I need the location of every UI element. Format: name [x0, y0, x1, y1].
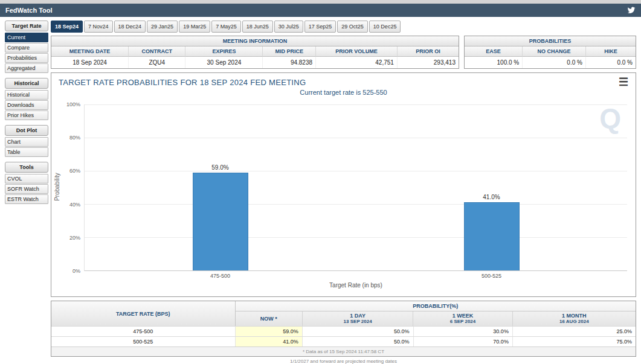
one-day-label: 1 DAY: [303, 313, 413, 319]
one-week-label: 1 WEEK: [413, 313, 512, 319]
fedwatch-app: FedWatch Tool Target Rate Current Compar…: [0, 0, 641, 364]
meeting-information-panel: MEETING INFORMATION MEETING DATE CONTRAC…: [51, 36, 459, 69]
bar-slot-500-525: 41.0%: [464, 104, 520, 270]
sidebar-item-chart[interactable]: Chart: [5, 137, 48, 147]
bar-500-525[interactable]: [464, 202, 520, 270]
no-change-value: 0.0 %: [523, 57, 586, 68]
tab-30-jul25[interactable]: 30 Jul25: [274, 21, 303, 33]
col-mid-price: MID PRICE: [263, 46, 316, 57]
col-meeting-date: MEETING DATE: [51, 46, 129, 57]
one-day-date: 13 SEP 2024: [303, 319, 413, 324]
col-contract: CONTRACT: [129, 46, 185, 57]
meeting-information-header-row: MEETING DATE CONTRACT EXPIRES MID PRICE …: [51, 46, 459, 57]
tab-19-mar25[interactable]: 19 Mar25: [179, 21, 210, 33]
sidebar-item-probabilities[interactable]: Probabilities: [5, 53, 48, 63]
chart-title: TARGET RATE PROBABILITIES FOR 18 SEP 202…: [59, 78, 306, 87]
bar-label-500-525: 41.0%: [483, 194, 500, 200]
twitter-icon[interactable]: [627, 6, 636, 14]
tab-18-dec24[interactable]: 18 Dec24: [114, 21, 146, 33]
one-week-cell: 70.0%: [414, 337, 513, 346]
content: Target Rate Current Compare Probabilitie…: [0, 17, 641, 364]
meeting-date-value: 18 Sep 2024: [51, 57, 129, 68]
sidebar-item-table[interactable]: Table: [5, 147, 48, 157]
y-tick-20: 20%: [59, 235, 80, 241]
app-title: FedWatch Tool: [5, 7, 53, 14]
projected-dates-note: 1/1/2027 and forward are projected meeti…: [51, 357, 636, 364]
tab-18-jun25[interactable]: 18 Jun25: [242, 21, 273, 33]
probabilities-title: PROBABILITIES: [465, 36, 636, 46]
target-rate-bps-header: TARGET RATE (BPS): [51, 301, 236, 326]
bar-slot-475-500: 59.0%: [193, 104, 248, 270]
one-week-date: 6 SEP 2024: [413, 319, 512, 324]
tab-29-jan25[interactable]: 29 Jan25: [147, 21, 178, 33]
now-header: NOW *: [236, 311, 303, 326]
cme-watermark-icon: Q: [599, 104, 621, 132]
tab-7-may25[interactable]: 7 May25: [211, 21, 241, 33]
titlebar: FedWatch Tool: [0, 4, 641, 17]
sidebar-item-estr-watch[interactable]: ESTR Watch: [5, 194, 48, 204]
tab-7-nov24[interactable]: 7 Nov24: [84, 21, 113, 33]
expires-value: 30 Sep 2024: [185, 57, 263, 68]
sidebar-header-tools: Tools: [5, 162, 48, 173]
y-tick-40: 40%: [59, 202, 80, 208]
sidebar-item-historical[interactable]: Historical: [5, 90, 48, 100]
info-row: MEETING INFORMATION MEETING DATE CONTRAC…: [51, 36, 636, 69]
bar-475-500[interactable]: [193, 173, 248, 270]
rate-cell: 475-500: [51, 327, 236, 336]
one-week-header: 1 WEEK 6 SEP 2024: [413, 311, 512, 326]
one-month-label: 1 MONTH: [513, 313, 636, 319]
sidebar-item-cvol[interactable]: CVOL: [5, 174, 48, 184]
probabilities-header-row: EASE NO CHANGE HIKE: [465, 46, 636, 57]
sidebar: Target Rate Current Compare Probabilitie…: [5, 21, 48, 364]
tab-10-dec25[interactable]: 10 Dec25: [369, 21, 401, 33]
x-tick-500-525: 500-525: [482, 273, 501, 279]
sidebar-item-sofr-watch[interactable]: SOFR Watch: [5, 184, 48, 194]
data-as-of-footnote: * Data as of 15 Sep 2024 11:47:58 CT: [51, 346, 636, 356]
meeting-date-tabs: 18 Sep24 7 Nov24 18 Dec24 29 Jan25 19 Ma…: [51, 21, 636, 33]
meeting-information-value-row: 18 Sep 2024 ZQU4 30 Sep 2024 94.8238 42,…: [51, 57, 459, 68]
col-hike: HIKE: [586, 46, 636, 57]
chart-header: TARGET RATE PROBABILITIES FOR 18 SEP 202…: [59, 78, 628, 87]
sidebar-header-target-rate: Target Rate: [5, 21, 48, 31]
y-tick-100: 100%: [59, 101, 80, 107]
one-week-cell: 30.0%: [414, 327, 513, 336]
tab-18-sep24[interactable]: 18 Sep24: [51, 21, 83, 33]
now-cell: 41.0%: [236, 337, 303, 346]
main-area: 18 Sep24 7 Nov24 18 Dec24 29 Jan25 19 Ma…: [51, 21, 636, 364]
sidebar-header-historical: Historical: [5, 78, 48, 89]
x-axis-title: Target Rate (in bps): [329, 282, 382, 289]
prior-volume-value: 42,751: [316, 57, 398, 68]
col-no-change: NO CHANGE: [523, 46, 586, 57]
tab-29-oct25[interactable]: 29 Oct25: [337, 21, 368, 33]
sidebar-item-aggregated[interactable]: Aggregated: [5, 63, 48, 73]
sidebar-item-downloads[interactable]: Downloads: [5, 100, 48, 110]
one-month-header: 1 MONTH 16 AUG 2024: [513, 311, 636, 326]
bar-label-475-500: 59.0%: [211, 164, 228, 171]
probabilities-panel: PROBABILITIES EASE NO CHANGE HIKE 100.0 …: [464, 36, 636, 69]
sidebar-item-prior-hikes[interactable]: Prior Hikes: [5, 110, 48, 120]
meeting-information-title: MEETING INFORMATION: [51, 36, 459, 46]
prior-oi-value: 293,413: [398, 57, 459, 68]
one-month-cell: 75.0%: [513, 337, 636, 346]
rate-cell: 500-525: [51, 337, 236, 346]
plot-wrap: Probability 100% 80% 60% 40% 20% 0% Q 59…: [59, 104, 627, 271]
tab-17-sep25[interactable]: 17 Sep25: [304, 21, 337, 33]
chart-panel: TARGET RATE PROBABILITIES FOR 18 SEP 202…: [51, 72, 636, 297]
ease-value: 100.0 %: [465, 57, 523, 68]
chart-menu-icon[interactable]: ☰: [619, 78, 628, 87]
one-month-cell: 25.0%: [513, 327, 636, 336]
contract-value: ZQU4: [129, 57, 185, 68]
one-day-cell: 50.0%: [303, 327, 414, 336]
x-tick-475-500: 475-500: [210, 273, 230, 279]
col-expires: EXPIRES: [185, 46, 263, 57]
hike-value: 0.0 %: [586, 57, 636, 68]
one-day-header: 1 DAY 13 SEP 2024: [303, 311, 413, 326]
sidebar-item-current[interactable]: Current: [5, 33, 48, 42]
sidebar-header-dot-plot: Dot Plot: [5, 125, 48, 136]
probability-subheaders: NOW * 1 DAY 13 SEP 2024 1 WEEK 6 SEP 202…: [236, 311, 636, 326]
col-prior-oi: PRIOR OI: [398, 46, 459, 57]
chart-plot-area: Q 59.0% 41.0% 475-500 500-525 Target Rat…: [84, 104, 627, 271]
one-month-date: 16 AUG 2024: [513, 319, 636, 324]
probability-group: PROBABILITY(%) NOW * 1 DAY 13 SEP 2024 1…: [236, 301, 636, 326]
sidebar-item-compare[interactable]: Compare: [5, 43, 48, 53]
